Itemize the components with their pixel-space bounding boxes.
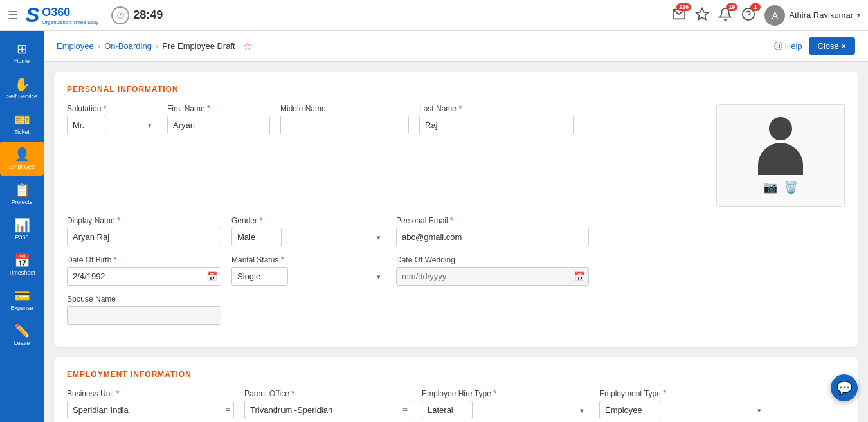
sidebar-item-expense[interactable]: 💳 Expense	[0, 283, 44, 317]
sidebar-item-leave[interactable]: ✏️ Leave	[0, 318, 44, 352]
business-unit-input[interactable]	[67, 401, 234, 419]
favorite-star-icon[interactable]: ☆	[243, 40, 252, 52]
logo-s-icon: S	[26, 3, 39, 27]
parent-office-group: Parent Office * ≡	[244, 389, 411, 419]
clock-area: 🕐 28:49	[111, 6, 163, 24]
avatar-placeholder-area: 📷 🗑️	[716, 104, 845, 207]
breadcrumb-current: Pre Employee Draft	[162, 41, 235, 51]
bell-icon-wrap[interactable]: 19	[718, 7, 732, 23]
sidebar-item-home[interactable]: ⊞ Home	[0, 36, 44, 70]
question-badge: 1	[750, 3, 761, 11]
salutation-select-wrapper: Mr. Mrs. Ms. Dr.	[67, 116, 157, 134]
sidebar-label-self-service: Self Service	[6, 93, 37, 100]
mail-icon-wrap[interactable]: 226	[672, 7, 686, 23]
delete-avatar-icon[interactable]: 🗑️	[784, 180, 798, 194]
camera-icon[interactable]: 📷	[763, 180, 777, 194]
close-button[interactable]: Close ×	[809, 37, 855, 55]
first-name-label: First Name *	[167, 104, 270, 113]
logo-sub: Organization Three Sixty	[42, 19, 98, 25]
sidebar-item-employee[interactable]: 👤 Employee	[0, 142, 44, 176]
employment-info-section: EMPLOYMENT INFORMATION Business Unit * ≡…	[54, 357, 858, 422]
marital-status-select[interactable]: Single Married Divorced Widowed	[231, 267, 288, 286]
nav-icons: 226 19 1 A Athira Ravikumar ▾	[672, 5, 860, 26]
parent-office-list-icon[interactable]: ≡	[402, 405, 408, 416]
middle-name-label: Middle Name	[280, 104, 409, 113]
gender-label: Gender *	[231, 216, 386, 225]
personal-section-title: PERSONAL INFORMATION	[67, 85, 845, 94]
timesheet-icon: 📅	[14, 253, 30, 268]
breadcrumb-employee[interactable]: Employee	[57, 41, 94, 51]
business-unit-group: Business Unit * ≡	[67, 389, 234, 419]
projects-icon: 📋	[14, 182, 30, 197]
first-name-input[interactable]	[167, 116, 270, 134]
sidebar-item-projects[interactable]: 📋 Projects	[0, 177, 44, 211]
sidebar-item-ticket[interactable]: 🎫 Ticket	[0, 107, 44, 141]
main-content: Employee › On-Boarding › Pre Employee Dr…	[44, 31, 868, 422]
wedding-calendar-icon[interactable]: 📅	[574, 271, 585, 282]
star-icon-wrap[interactable]	[695, 7, 709, 23]
date-of-wedding-group: Date Of Wedding 📅	[396, 255, 589, 286]
business-unit-list-icon[interactable]: ≡	[225, 405, 230, 416]
employment-section-title: EMPLOYMENT INFORMATION	[67, 370, 845, 379]
personal-row-1: Salutation * Mr. Mrs. Ms. Dr. First Name…	[67, 104, 845, 207]
display-name-group: Display Name *	[67, 216, 221, 246]
breadcrumb: Employee › On-Boarding › Pre Employee Dr…	[57, 40, 252, 52]
help-label: Help	[785, 41, 802, 51]
breadcrumb-bar: Employee › On-Boarding › Pre Employee Dr…	[44, 31, 868, 62]
question-icon-wrap[interactable]: 1	[741, 7, 755, 23]
breadcrumb-actions: ⓪ Help Close ×	[774, 37, 855, 55]
employment-row-1: Business Unit * ≡ Parent Office * ≡ Em	[67, 389, 845, 419]
employment-type-label: Employment Type *	[599, 389, 766, 398]
spouse-name-label: Spouse Name	[67, 295, 221, 304]
spouse-name-group: Spouse Name	[67, 295, 221, 325]
clock-icon: 🕐	[111, 6, 129, 24]
personal-email-group: Personal Email *	[396, 216, 589, 246]
dob-input[interactable]	[67, 267, 221, 286]
personal-info-section: PERSONAL INFORMATION Salutation * Mr. Mr…	[54, 72, 858, 347]
user-area[interactable]: A Athira Ravikumar ▾	[764, 5, 860, 26]
marital-status-group: Marital Status * Single Married Divorced…	[231, 255, 386, 286]
spouse-name-input[interactable]	[67, 306, 221, 325]
leave-icon: ✏️	[14, 323, 30, 338]
last-name-input[interactable]	[419, 116, 574, 134]
employee-icon: 👤	[14, 147, 30, 162]
logo: S O360 Organization Three Sixty	[26, 3, 98, 27]
last-name-label: Last Name *	[419, 104, 574, 113]
salutation-select[interactable]: Mr. Mrs. Ms. Dr.	[67, 116, 105, 134]
home-icon: ⊞	[17, 41, 28, 57]
middle-name-input[interactable]	[280, 116, 409, 134]
business-unit-label: Business Unit *	[67, 389, 234, 398]
personal-row-2: Display Name * Gender * Male Female Othe…	[67, 216, 845, 246]
employment-type-select[interactable]: Employee Contractor Intern	[599, 401, 660, 419]
wedding-date-wrap: 📅	[396, 267, 589, 286]
gender-select-wrapper: Male Female Other	[231, 228, 386, 246]
clock-time: 28:49	[133, 8, 163, 22]
dob-calendar-icon[interactable]: 📅	[206, 271, 217, 282]
ticket-icon: 🎫	[14, 112, 30, 127]
salutation-group: Salutation * Mr. Mrs. Ms. Dr.	[67, 104, 157, 134]
date-of-wedding-input[interactable]	[396, 267, 589, 286]
sidebar-label-employee: Employee	[9, 163, 35, 170]
display-name-input[interactable]	[67, 228, 221, 246]
sidebar-item-timesheet[interactable]: 📅 Timesheet	[0, 248, 44, 282]
expense-icon: 💳	[14, 288, 30, 304]
sidebar-item-self-service[interactable]: ✋ Self Service	[0, 71, 44, 106]
breadcrumb-onboarding[interactable]: On-Boarding	[104, 41, 152, 51]
display-name-label: Display Name *	[67, 216, 221, 225]
logo-main: O360	[42, 6, 98, 19]
marital-status-label: Marital Status *	[231, 255, 386, 264]
chat-button[interactable]: 💬	[831, 374, 858, 401]
personal-email-label: Personal Email *	[396, 216, 589, 225]
parent-office-label: Parent Office *	[244, 389, 411, 398]
avatar-silhouette	[755, 117, 806, 175]
employment-type-select-wrapper: Employee Contractor Intern	[599, 401, 766, 419]
personal-email-input[interactable]	[396, 228, 589, 246]
logo-text: O360 Organization Three Sixty	[42, 6, 98, 25]
help-button[interactable]: ⓪ Help	[774, 41, 802, 52]
hamburger-icon[interactable]: ☰	[8, 8, 18, 23]
sidebar-item-p360[interactable]: 📊 P360	[0, 212, 44, 246]
employee-hire-type-select[interactable]: Lateral Fresher Rehire	[422, 401, 473, 419]
gender-select[interactable]: Male Female Other	[231, 228, 282, 246]
middle-name-group: Middle Name	[280, 104, 409, 134]
parent-office-input[interactable]	[244, 401, 411, 419]
